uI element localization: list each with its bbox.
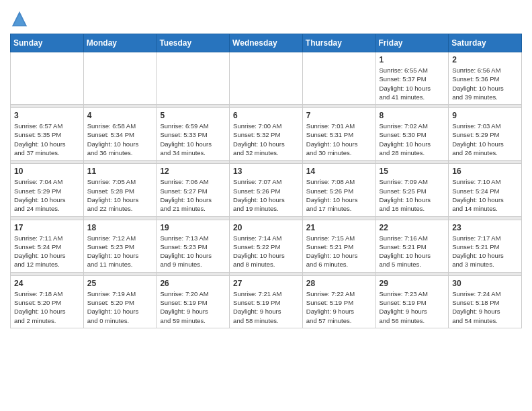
day-number: 25 [87, 279, 153, 288]
weekday-header: Saturday [449, 34, 522, 52]
calendar-cell: 8Sunrise: 7:02 AM Sunset: 5:30 PM Daylig… [375, 108, 449, 161]
calendar-cell: 19Sunrise: 7:13 AM Sunset: 5:23 PM Dayli… [157, 220, 230, 272]
day-number: 18 [87, 223, 153, 232]
calendar-cell: 14Sunrise: 7:08 AM Sunset: 5:26 PM Dayli… [302, 164, 375, 216]
day-number: 4 [87, 111, 153, 120]
calendar-cell: 16Sunrise: 7:10 AM Sunset: 5:24 PM Dayli… [449, 164, 522, 216]
day-info: Sunrise: 7:08 AM Sunset: 5:26 PM Dayligh… [306, 177, 372, 213]
day-info: Sunrise: 7:17 AM Sunset: 5:21 PM Dayligh… [452, 234, 518, 269]
day-info: Sunrise: 7:05 AM Sunset: 5:28 PM Dayligh… [87, 177, 153, 213]
day-info: Sunrise: 7:16 AM Sunset: 5:21 PM Dayligh… [380, 234, 445, 269]
calendar-week-row: 17Sunrise: 7:11 AM Sunset: 5:24 PM Dayli… [11, 220, 522, 272]
calendar-cell: 18Sunrise: 7:12 AM Sunset: 5:23 PM Dayli… [83, 220, 157, 272]
day-number: 2 [452, 55, 518, 64]
day-number: 9 [452, 111, 518, 120]
weekday-header: Sunday [11, 34, 84, 52]
calendar-cell: 30Sunrise: 7:24 AM Sunset: 5:18 PM Dayli… [449, 275, 522, 328]
day-info: Sunrise: 7:11 AM Sunset: 5:24 PM Dayligh… [14, 234, 80, 269]
day-info: Sunrise: 7:19 AM Sunset: 5:20 PM Dayligh… [87, 289, 153, 325]
day-info: Sunrise: 7:00 AM Sunset: 5:32 PM Dayligh… [233, 122, 299, 157]
weekday-header: Monday [83, 34, 157, 52]
day-info: Sunrise: 7:15 AM Sunset: 5:21 PM Dayligh… [306, 234, 372, 269]
day-info: Sunrise: 7:06 AM Sunset: 5:27 PM Dayligh… [160, 177, 226, 213]
day-number: 5 [160, 111, 226, 120]
weekday-header: Thursday [302, 34, 375, 52]
day-number: 29 [380, 279, 445, 288]
calendar-cell: 20Sunrise: 7:14 AM Sunset: 5:22 PM Dayli… [230, 220, 303, 272]
calendar-cell: 22Sunrise: 7:16 AM Sunset: 5:21 PM Dayli… [375, 220, 449, 272]
day-number: 7 [306, 111, 372, 120]
day-info: Sunrise: 6:58 AM Sunset: 5:34 PM Dayligh… [87, 122, 153, 157]
day-number: 30 [452, 279, 518, 288]
day-number: 12 [160, 167, 226, 176]
calendar-cell: 1Sunrise: 6:55 AM Sunset: 5:37 PM Daylig… [375, 52, 449, 105]
day-info: Sunrise: 7:23 AM Sunset: 5:19 PM Dayligh… [380, 289, 445, 325]
day-info: Sunrise: 6:55 AM Sunset: 5:37 PM Dayligh… [380, 66, 445, 101]
logo [10, 9, 30, 28]
day-info: Sunrise: 7:22 AM Sunset: 5:19 PM Dayligh… [306, 289, 372, 325]
day-number: 3 [14, 111, 80, 120]
day-number: 17 [14, 223, 80, 232]
day-info: Sunrise: 6:56 AM Sunset: 5:36 PM Dayligh… [452, 66, 518, 101]
day-number: 13 [233, 167, 299, 176]
day-number: 8 [380, 111, 445, 120]
day-info: Sunrise: 7:12 AM Sunset: 5:23 PM Dayligh… [87, 234, 153, 269]
calendar-cell: 13Sunrise: 7:07 AM Sunset: 5:26 PM Dayli… [230, 164, 303, 216]
day-number: 28 [306, 279, 372, 288]
calendar-header-row: SundayMondayTuesdayWednesdayThursdayFrid… [11, 34, 522, 52]
weekday-header: Wednesday [230, 34, 303, 52]
weekday-header: Tuesday [157, 34, 230, 52]
calendar-cell: 21Sunrise: 7:15 AM Sunset: 5:21 PM Dayli… [302, 220, 375, 272]
calendar-week-row: 3Sunrise: 6:57 AM Sunset: 5:35 PM Daylig… [11, 108, 522, 161]
calendar-cell: 29Sunrise: 7:23 AM Sunset: 5:19 PM Dayli… [375, 275, 449, 328]
calendar-week-row: 24Sunrise: 7:18 AM Sunset: 5:20 PM Dayli… [11, 275, 522, 328]
day-info: Sunrise: 7:03 AM Sunset: 5:29 PM Dayligh… [452, 122, 518, 157]
day-number: 15 [380, 167, 445, 176]
day-info: Sunrise: 7:21 AM Sunset: 5:19 PM Dayligh… [233, 289, 299, 325]
day-info: Sunrise: 7:14 AM Sunset: 5:22 PM Dayligh… [233, 234, 299, 269]
day-info: Sunrise: 7:20 AM Sunset: 5:19 PM Dayligh… [160, 289, 226, 325]
day-number: 24 [14, 279, 80, 288]
calendar-cell: 12Sunrise: 7:06 AM Sunset: 5:27 PM Dayli… [157, 164, 230, 216]
calendar-cell: 23Sunrise: 7:17 AM Sunset: 5:21 PM Dayli… [449, 220, 522, 272]
calendar-cell: 6Sunrise: 7:00 AM Sunset: 5:32 PM Daylig… [230, 108, 303, 161]
day-info: Sunrise: 7:04 AM Sunset: 5:29 PM Dayligh… [14, 177, 80, 213]
logo-icon [10, 9, 29, 28]
page: SundayMondayTuesdayWednesdayThursdayFrid… [0, 0, 532, 338]
day-info: Sunrise: 7:10 AM Sunset: 5:24 PM Dayligh… [452, 177, 518, 213]
day-info: Sunrise: 6:57 AM Sunset: 5:35 PM Dayligh… [14, 122, 80, 157]
day-number: 11 [87, 167, 153, 176]
calendar-week-row: 10Sunrise: 7:04 AM Sunset: 5:29 PM Dayli… [11, 164, 522, 216]
calendar-cell: 15Sunrise: 7:09 AM Sunset: 5:25 PM Dayli… [375, 164, 449, 216]
day-number: 21 [306, 223, 372, 232]
day-number: 1 [380, 55, 445, 64]
calendar-cell: 5Sunrise: 6:59 AM Sunset: 5:33 PM Daylig… [157, 108, 230, 161]
day-number: 26 [160, 279, 226, 288]
day-number: 6 [233, 111, 299, 120]
calendar-cell: 10Sunrise: 7:04 AM Sunset: 5:29 PM Dayli… [11, 164, 84, 216]
calendar-cell: 17Sunrise: 7:11 AM Sunset: 5:24 PM Dayli… [11, 220, 84, 272]
calendar-cell: 3Sunrise: 6:57 AM Sunset: 5:35 PM Daylig… [11, 108, 84, 161]
calendar-cell: 28Sunrise: 7:22 AM Sunset: 5:19 PM Dayli… [302, 275, 375, 328]
day-number: 10 [14, 167, 80, 176]
calendar-cell: 26Sunrise: 7:20 AM Sunset: 5:19 PM Dayli… [157, 275, 230, 328]
day-info: Sunrise: 7:18 AM Sunset: 5:20 PM Dayligh… [14, 289, 80, 325]
calendar-cell [302, 52, 375, 105]
day-info: Sunrise: 7:02 AM Sunset: 5:30 PM Dayligh… [380, 122, 445, 157]
calendar-cell [157, 52, 230, 105]
calendar-cell: 24Sunrise: 7:18 AM Sunset: 5:20 PM Dayli… [11, 275, 84, 328]
day-info: Sunrise: 7:24 AM Sunset: 5:18 PM Dayligh… [452, 289, 518, 325]
day-number: 27 [233, 279, 299, 288]
day-number: 16 [452, 167, 518, 176]
header [10, 7, 522, 28]
calendar-cell [83, 52, 157, 105]
calendar-cell: 2Sunrise: 6:56 AM Sunset: 5:36 PM Daylig… [449, 52, 522, 105]
day-info: Sunrise: 7:09 AM Sunset: 5:25 PM Dayligh… [380, 177, 445, 213]
day-number: 14 [306, 167, 372, 176]
day-number: 20 [233, 223, 299, 232]
calendar-cell [230, 52, 303, 105]
calendar-cell [11, 52, 84, 105]
day-number: 22 [380, 223, 445, 232]
calendar-cell: 7Sunrise: 7:01 AM Sunset: 5:31 PM Daylig… [302, 108, 375, 161]
day-info: Sunrise: 6:59 AM Sunset: 5:33 PM Dayligh… [160, 122, 226, 157]
